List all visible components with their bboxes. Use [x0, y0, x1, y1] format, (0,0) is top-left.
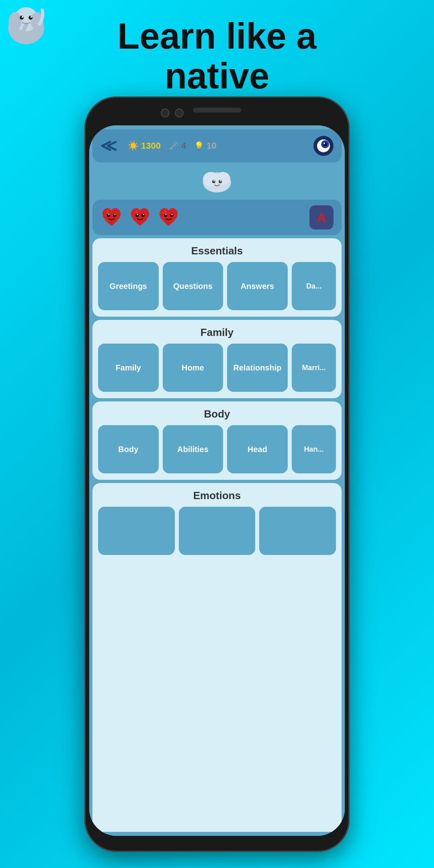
- svg-point-19: [220, 180, 221, 182]
- svg-text:A: A: [317, 211, 326, 225]
- essentials-section: Essentials Greetings Questions Answers D…: [92, 238, 342, 317]
- sun-stat: ☀️ 1300: [128, 141, 161, 151]
- sun-count: 1300: [141, 141, 161, 151]
- svg-point-5: [22, 16, 23, 18]
- camera-right: [175, 108, 184, 117]
- svg-point-18: [214, 180, 215, 182]
- back-button[interactable]: [100, 140, 120, 152]
- camera-left: [161, 108, 170, 117]
- essentials-grid: Greetings Questions Answers Da...: [98, 262, 336, 310]
- body-item-hands[interactable]: Han...: [292, 425, 336, 473]
- family-item-home[interactable]: Home: [163, 344, 223, 392]
- emotions-section: Emotions: [92, 483, 342, 832]
- family-item-relationship[interactable]: Relationship: [227, 344, 288, 392]
- family-section: Family Family Home Relationship Marri...: [92, 320, 342, 398]
- title-line2: native: [117, 56, 316, 96]
- stats-bar: ☀️ 1300 🗝️ 4 💡 10: [92, 129, 342, 162]
- light-stat: 💡 10: [194, 141, 216, 151]
- svg-point-2: [9, 12, 22, 30]
- emotions-grid: [98, 507, 336, 555]
- svg-point-11: [323, 142, 327, 146]
- phone-screen: ☀️ 1300 🗝️ 4 💡 10: [89, 125, 345, 836]
- body-title: Body: [98, 408, 336, 420]
- family-grid: Family Home Relationship Marri...: [98, 344, 336, 392]
- emotions-item-2[interactable]: [179, 507, 256, 555]
- sun-icon: ☀️: [128, 141, 139, 151]
- body-item-abilities[interactable]: Abilities: [163, 425, 223, 473]
- header-title: Learn like a native: [117, 16, 316, 96]
- family-item-marriage[interactable]: Marri...: [292, 344, 336, 392]
- svg-point-29: [135, 210, 138, 215]
- family-item-family[interactable]: Family: [98, 344, 159, 392]
- family-title: Family: [98, 326, 336, 339]
- mascot-elephant: [4, 4, 48, 50]
- essentials-item-greetings[interactable]: Greetings: [98, 262, 159, 310]
- phone-speaker: [193, 108, 241, 113]
- svg-point-24: [106, 210, 110, 215]
- essentials-item-days[interactable]: Da...: [292, 262, 336, 310]
- svg-point-23: [115, 214, 116, 215]
- svg-point-12: [323, 143, 325, 144]
- key-stat: 🗝️ 4: [169, 141, 186, 151]
- phone-frame: ☀️ 1300 🗝️ 4 💡 10: [84, 96, 350, 852]
- cloud-mascot-area: [92, 166, 342, 197]
- body-item-body[interactable]: Body: [98, 425, 159, 473]
- letter-badge[interactable]: A: [309, 205, 334, 229]
- emotions-item-3[interactable]: [259, 507, 336, 555]
- heart-2: [129, 207, 151, 229]
- heart-1: [100, 207, 123, 229]
- avatar-button[interactable]: [313, 136, 334, 156]
- body-item-head[interactable]: Head: [227, 425, 288, 473]
- emotions-title: Emotions: [98, 489, 336, 502]
- body-section: Body Body Abilities Head Han...: [92, 401, 342, 480]
- emotions-item-1[interactable]: [98, 507, 175, 555]
- svg-point-33: [172, 214, 173, 215]
- svg-point-4: [20, 16, 24, 20]
- svg-point-15: [216, 172, 230, 185]
- body-grid: Body Abilities Head Han...: [98, 425, 336, 473]
- light-count: 10: [207, 141, 216, 151]
- key-icon: 🗝️: [169, 141, 179, 151]
- header-area: Learn like a native: [0, 0, 434, 108]
- lives-bar: A: [92, 200, 342, 235]
- title-line1: Learn like a: [117, 16, 316, 56]
- svg-point-34: [164, 210, 167, 215]
- screen-content: ☀️ 1300 🗝️ 4 💡 10: [89, 125, 345, 836]
- heart-3: [158, 207, 180, 229]
- svg-point-28: [143, 214, 144, 215]
- essentials-item-questions[interactable]: Questions: [163, 262, 223, 310]
- light-icon: 💡: [194, 141, 204, 151]
- svg-point-7: [31, 16, 32, 18]
- key-count: 4: [181, 141, 186, 151]
- essentials-item-answers[interactable]: Answers: [227, 262, 288, 310]
- essentials-title: Essentials: [98, 245, 336, 257]
- svg-point-6: [29, 16, 33, 20]
